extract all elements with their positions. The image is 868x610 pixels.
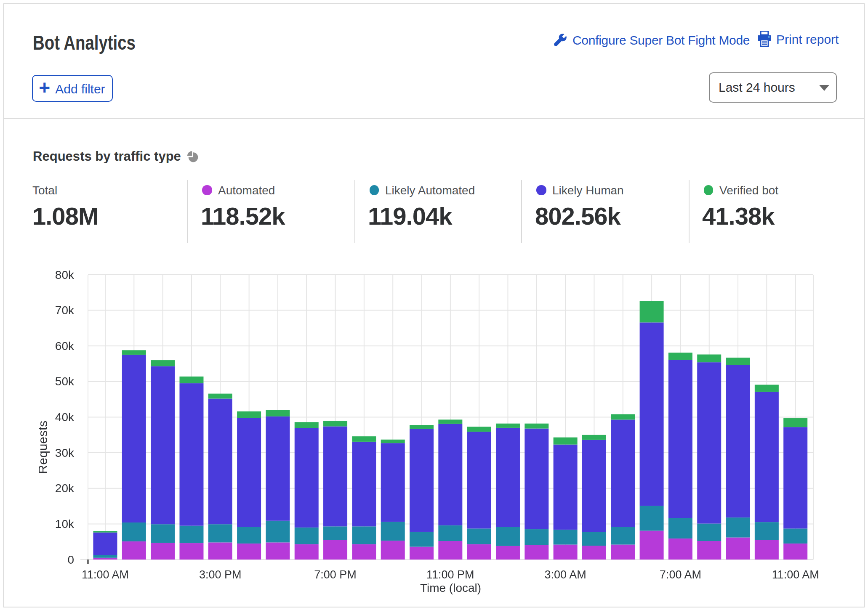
svg-text:11:00 PM: 11:00 PM <box>426 568 474 581</box>
svg-text:60k: 60k <box>55 339 75 353</box>
svg-text:7:00 PM: 7:00 PM <box>314 568 357 581</box>
svg-text:Time (local): Time (local) <box>420 581 481 594</box>
svg-text:0: 0 <box>67 553 74 566</box>
svg-text:50k: 50k <box>55 375 75 388</box>
svg-text:70k: 70k <box>55 304 75 317</box>
svg-text:40k: 40k <box>55 411 75 424</box>
svg-text:20k: 20k <box>55 482 75 495</box>
svg-text:3:00 PM: 3:00 PM <box>199 568 242 581</box>
svg-text:Requests: Requests <box>36 421 50 474</box>
svg-text:7:00 AM: 7:00 AM <box>660 568 701 581</box>
svg-text:10k: 10k <box>55 517 75 530</box>
svg-text:80k: 80k <box>55 268 75 281</box>
svg-text:30k: 30k <box>55 446 75 459</box>
svg-text:11:00 AM: 11:00 AM <box>82 568 129 581</box>
svg-text:3:00 AM: 3:00 AM <box>545 568 586 581</box>
svg-text:11:00 AM: 11:00 AM <box>772 568 819 581</box>
